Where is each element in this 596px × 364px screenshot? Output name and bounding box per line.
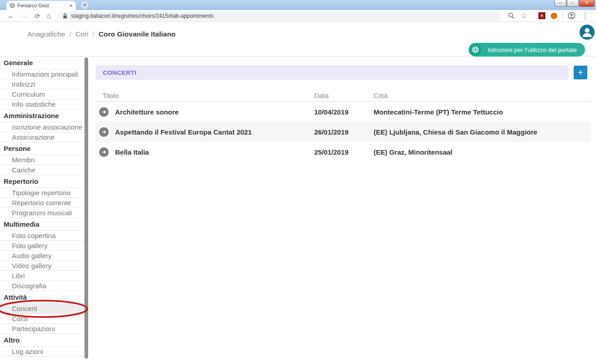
- pdf-extension-icon[interactable]: A: [538, 12, 545, 19]
- concert-city: (EE) Ljubljana, Chiesa di San Giacomo il…: [374, 128, 591, 136]
- toolbar-divider: [562, 12, 563, 20]
- sidebar-section-multimedia: Multimedia: [0, 218, 84, 231]
- back-icon[interactable]: ←: [7, 12, 15, 20]
- lock-icon: [63, 13, 68, 19]
- concert-table-body: Architetture sonore10/04/2019Montecatini…: [95, 102, 591, 162]
- open-concert-icon[interactable]: [99, 107, 109, 117]
- tab-close-icon[interactable]: ×: [69, 3, 73, 9]
- panel-header-row: CONCERTI +: [95, 65, 591, 80]
- sidebar-item-video-gallery[interactable]: Video gallery: [0, 261, 84, 271]
- table-header: Titolo Data Città: [95, 89, 591, 102]
- forward-icon[interactable]: →: [21, 12, 28, 20]
- concert-title: Aspettando il Festival Europa Cantat 202…: [115, 128, 252, 136]
- window-maximize-button[interactable]: □: [567, 0, 579, 7]
- tab-title: Feniarco Gest: [17, 3, 69, 8]
- sidebar-item-libri[interactable]: Libri: [0, 271, 84, 281]
- sidebar-item-programmi-musicali[interactable]: Programmi musicali: [0, 208, 84, 218]
- open-concert-icon[interactable]: [99, 147, 109, 157]
- open-concert-icon[interactable]: [99, 127, 109, 137]
- sidebar-scrollbar[interactable]: [84, 57, 88, 359]
- new-tab-button[interactable]: +: [81, 1, 89, 9]
- person-icon: [580, 25, 595, 40]
- window-controls: — □ ✕: [554, 0, 595, 7]
- sidebar-section-amministrazione: Amministrazione: [0, 109, 84, 122]
- sidebar-item-informazioni-principali[interactable]: Informazioni principali: [0, 69, 84, 79]
- table-row[interactable]: Aspettando il Festival Europa Cantat 202…: [95, 122, 591, 142]
- profile-icon[interactable]: [568, 12, 575, 20]
- concert-title: Architetture sonore: [115, 108, 179, 116]
- cell-titolo: Bella Italia: [95, 147, 314, 157]
- url-text: staging.italiacori.it/registries/choirs/…: [71, 13, 213, 19]
- browser-tab[interactable]: Feniarco Gest ×: [6, 1, 76, 10]
- concert-city: Montecatini-Terme (PT) Terme Tettuccio: [374, 108, 591, 116]
- concert-city: (EE) Graz, Minoritensaal: [374, 148, 591, 156]
- orange-extension-icon[interactable]: [551, 13, 557, 19]
- browser-toolbar: ← → ⟳ ⌂ staging.italiacori.it/registries…: [0, 10, 596, 22]
- sidebar-nav: GeneraleInformazioni principaliIndirizzi…: [0, 57, 84, 357]
- concert-date: 26/01/2019: [314, 128, 374, 136]
- sidebar-section-attivit: Attività: [0, 291, 84, 304]
- sidebar-item-log-azioni[interactable]: Log azioni: [0, 347, 84, 357]
- sidebar-item-curriculum[interactable]: Curriculum: [0, 89, 84, 99]
- sidebar-item-audio-gallery[interactable]: Audio gallery: [0, 251, 84, 261]
- cell-titolo: Aspettando il Festival Europa Cantat 202…: [95, 127, 314, 137]
- concert-date: 10/04/2019: [314, 108, 374, 116]
- address-bar[interactable]: staging.italiacori.it/registries/choirs/…: [58, 11, 501, 21]
- sidebar-item-indirizzi[interactable]: Indirizzi: [0, 79, 84, 89]
- sidebar-item-cariche[interactable]: Cariche: [0, 165, 84, 175]
- column-header-citta: Città: [374, 92, 591, 99]
- browser-window: Feniarco Gest × + — □ ✕ ← → ⟳ ⌂ staging.…: [0, 0, 596, 364]
- reload-icon[interactable]: ⟳: [35, 13, 40, 19]
- sidebar-section-altro: Altro: [0, 334, 84, 347]
- add-concert-button[interactable]: +: [574, 66, 587, 79]
- main-panel: CONCERTI + Titolo Data Città Architettur…: [95, 57, 591, 364]
- portal-instructions-label: Istruzioni per l’utilizzo del portale: [488, 47, 577, 53]
- sidebar-item-concerti[interactable]: Concerti: [0, 304, 84, 314]
- sidebar-section-repertorio: Repertorio: [0, 175, 84, 188]
- sidebar-section-persone: Persone: [0, 142, 84, 155]
- concert-title: Bella Italia: [115, 148, 149, 156]
- column-header-titolo: Titolo: [95, 92, 314, 99]
- zoom-icon[interactable]: [508, 12, 515, 19]
- cell-titolo: Architetture sonore: [95, 107, 314, 117]
- page-content: GeneraleInformazioni principaliIndirizzi…: [0, 57, 596, 364]
- breadcrumb-cori[interactable]: Cori: [75, 30, 88, 38]
- table-row[interactable]: Architetture sonore10/04/2019Montecatini…: [95, 102, 591, 122]
- page-header: Anagrafiche/Cori/Coro Giovanile Italiano…: [0, 22, 596, 57]
- breadcrumb-current: Coro Giovanile Italiano: [99, 30, 176, 38]
- sidebar-item-corsi[interactable]: Corsi: [0, 314, 84, 324]
- column-header-data: Data: [314, 92, 374, 99]
- sidebar-item-iscrizione-associazione[interactable]: Iscrizione associazione: [0, 122, 84, 132]
- breadcrumb-separator: /: [69, 30, 71, 38]
- bookmark-star-icon[interactable]: ☆: [521, 12, 527, 20]
- breadcrumb-separator: /: [92, 30, 94, 38]
- panel-title: CONCERTI: [103, 69, 137, 76]
- breadcrumb-anagrafiche[interactable]: Anagrafiche: [27, 30, 65, 38]
- table-row[interactable]: Bella Italia25/01/2019(EE) Graz, Minorit…: [95, 142, 591, 162]
- sidebar: GeneraleInformazioni principaliIndirizzi…: [0, 57, 90, 364]
- sidebar-item-assicurazione[interactable]: Assicurazione: [0, 132, 84, 142]
- sidebar-item-membri[interactable]: Membri: [0, 155, 84, 165]
- breadcrumb: Anagrafiche/Cori/Coro Giovanile Italiano: [27, 30, 176, 38]
- sidebar-item-foto-gallery[interactable]: Foto gallery: [0, 241, 84, 251]
- sidebar-item-info-statistiche[interactable]: Info statistiche: [0, 99, 84, 109]
- sidebar-item-foto-copertina[interactable]: Foto copertina: [0, 231, 84, 241]
- sidebar-item-repertorio-corrente[interactable]: Repertorio corrente: [0, 198, 84, 208]
- sidebar-item-tipologie-repertorio[interactable]: Tipologie repertorio: [0, 188, 84, 198]
- window-close-button[interactable]: ✕: [579, 0, 595, 7]
- toolbar-divider: [533, 12, 533, 20]
- sidebar-item-discografia[interactable]: Discografia: [0, 281, 84, 291]
- concert-date: 25/01/2019: [314, 148, 374, 156]
- sidebar-item-partecipazioni[interactable]: Partecipazioni: [0, 324, 84, 334]
- menu-dots-icon[interactable]: ⋮: [581, 12, 589, 20]
- home-icon[interactable]: ⌂: [47, 12, 51, 20]
- window-minimize-button[interactable]: —: [554, 0, 566, 7]
- lifebuoy-icon: [469, 44, 481, 56]
- portal-instructions-button[interactable]: Istruzioni per l’utilizzo del portale: [469, 43, 585, 57]
- user-avatar[interactable]: [580, 25, 595, 40]
- sidebar-section-generale: Generale: [0, 57, 84, 69]
- browser-titlebar: Feniarco Gest × + — □ ✕: [0, 0, 596, 10]
- globe-favicon-icon: [10, 3, 15, 8]
- panel-title-bar: CONCERTI: [95, 65, 569, 80]
